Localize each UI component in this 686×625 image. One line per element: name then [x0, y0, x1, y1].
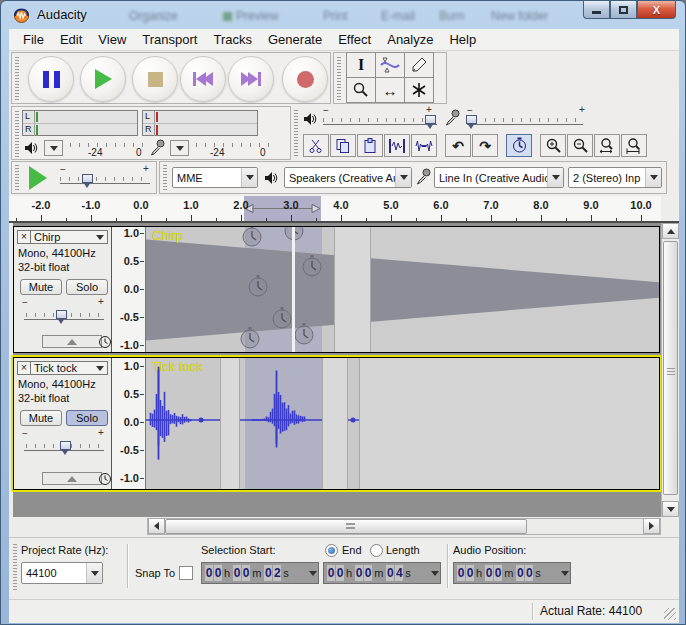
time-digit[interactable]: 0	[466, 565, 474, 581]
horizontal-scrollbar-thumb[interactable]	[165, 519, 527, 534]
vertical-scrollbar[interactable]	[661, 223, 679, 517]
time-digit[interactable]: 0	[457, 565, 465, 581]
time-unit[interactable]: m	[374, 567, 383, 579]
time-unit[interactable]: m	[252, 567, 261, 579]
input-volume-slider[interactable]	[466, 115, 477, 124]
vertical-scale-ruler[interactable]: 1.00.50.0-0.5-1.0	[112, 358, 146, 489]
mute-button[interactable]: Mute	[20, 410, 62, 426]
solo-button[interactable]: Solo	[66, 410, 108, 426]
time-digit[interactable]: 0	[525, 565, 533, 581]
draw-tool-button[interactable]	[404, 52, 434, 78]
vertical-scale-ruler[interactable]: 1.00.50.0-0.5-1.0	[112, 227, 146, 352]
track-close-button[interactable]: ×	[17, 361, 31, 375]
skip-to-end-button[interactable]	[228, 56, 274, 102]
time-digit[interactable]: 0	[327, 565, 335, 581]
time-digit[interactable]: 0	[242, 565, 250, 581]
menu-help[interactable]: Help	[441, 30, 484, 49]
time-digit[interactable]: 0	[386, 565, 394, 581]
trim-audio-button[interactable]	[384, 134, 410, 157]
toolbar-grip[interactable]	[294, 110, 298, 156]
menu-file[interactable]: File	[15, 30, 52, 49]
input-device-select[interactable]: Line In (Creative AudioF	[434, 167, 564, 188]
silence-audio-button[interactable]	[411, 134, 437, 157]
recording-meter[interactable]: L R	[142, 110, 258, 136]
track-title-menu[interactable]: Tick tock	[31, 361, 108, 375]
pause-button[interactable]	[28, 56, 74, 102]
collapse-track-button[interactable]	[42, 335, 102, 348]
menu-transport[interactable]: Transport	[134, 30, 205, 49]
time-unit[interactable]: m	[504, 567, 513, 579]
audio-position-field[interactable]: 00h00m00s	[453, 562, 571, 584]
cut-button[interactable]	[303, 134, 329, 157]
time-unit[interactable]: h	[476, 567, 482, 579]
stop-button[interactable]	[132, 56, 178, 102]
toolbar-grip[interactable]	[13, 544, 17, 590]
time-unit[interactable]: s	[283, 567, 289, 579]
playback-meter-dropdown[interactable]	[44, 140, 63, 156]
input-channels-select[interactable]: 2 (Stereo) Inp	[568, 167, 662, 188]
time-digit[interactable]: 0	[264, 565, 272, 581]
gain-slider[interactable]	[56, 310, 67, 319]
scroll-right-button[interactable]	[643, 518, 660, 534]
recording-meter-dropdown[interactable]	[170, 140, 189, 156]
zoom-in-button[interactable]	[540, 134, 566, 157]
record-button[interactable]	[282, 56, 328, 102]
toolbar-grip[interactable]	[15, 57, 19, 101]
scroll-up-button[interactable]	[662, 223, 679, 239]
audio-host-select[interactable]: MME	[172, 167, 258, 188]
time-unit[interactable]: s	[535, 567, 541, 579]
selection-tool-button[interactable]: I	[346, 52, 376, 78]
time-digit[interactable]: 0	[336, 565, 344, 581]
length-radio[interactable]	[370, 544, 383, 557]
menu-effect[interactable]: Effect	[330, 30, 379, 49]
time-digit[interactable]: 0	[355, 565, 363, 581]
selection-end-field[interactable]: 00h00m04s	[323, 562, 441, 584]
time-shift-tool-button[interactable]: ↔	[375, 77, 405, 103]
time-digit[interactable]: 0	[516, 565, 524, 581]
collapse-track-button[interactable]	[42, 472, 102, 485]
menu-tracks[interactable]: Tracks	[205, 30, 260, 49]
time-digit[interactable]: 0	[485, 565, 493, 581]
maximize-button[interactable]	[610, 1, 637, 19]
time-digit[interactable]: 4	[395, 565, 403, 581]
envelope-tool-button[interactable]	[375, 52, 405, 78]
zoom-tool-button[interactable]	[346, 77, 376, 103]
selection-start-field[interactable]: 00h00m02s	[201, 562, 319, 584]
menu-generate[interactable]: Generate	[260, 30, 330, 49]
time-unit[interactable]: h	[346, 567, 352, 579]
time-digit[interactable]: 0	[214, 565, 222, 581]
menu-view[interactable]: View	[90, 30, 134, 49]
snap-to-checkbox[interactable]	[179, 566, 193, 580]
toolbar-grip[interactable]	[337, 57, 341, 101]
toolbar-grip[interactable]	[15, 111, 19, 157]
output-device-select[interactable]: Speakers (Creative Aud	[284, 167, 412, 188]
toolbar-grip[interactable]	[163, 165, 167, 191]
gain-slider[interactable]	[60, 441, 71, 450]
menu-analyze[interactable]: Analyze	[379, 30, 441, 49]
multi-tool-button[interactable]	[404, 77, 434, 103]
toolbar-grip[interactable]	[15, 165, 19, 191]
mute-button[interactable]: Mute	[20, 279, 62, 295]
timeline-ruler[interactable]: -2.0-1.00.01.02.03.04.05.06.07.08.09.010…	[9, 196, 661, 223]
fit-project-button[interactable]	[621, 134, 647, 157]
sync-lock-tracks-button[interactable]	[506, 134, 532, 157]
output-volume-slider[interactable]	[425, 115, 436, 124]
time-digit[interactable]: 0	[205, 565, 213, 581]
title-bar[interactable]: Audacity OrganizePreviewPrintE-mailBurnN…	[1, 1, 685, 29]
output-slider-track[interactable]	[323, 124, 437, 125]
playback-meter[interactable]: L R	[22, 110, 138, 136]
copy-button[interactable]	[330, 134, 356, 157]
end-radio[interactable]	[325, 544, 338, 557]
zoom-out-button[interactable]	[567, 134, 593, 157]
time-digit[interactable]: 0	[364, 565, 372, 581]
menu-edit[interactable]: Edit	[52, 30, 90, 49]
close-button[interactable]: X	[637, 1, 676, 19]
project-rate-select[interactable]: 44100	[21, 562, 103, 584]
dropdown-arrow-icon[interactable]	[431, 571, 439, 576]
time-digit[interactable]: 2	[273, 565, 281, 581]
fit-selection-button[interactable]	[594, 134, 620, 157]
dropdown-arrow-icon[interactable]	[309, 571, 317, 576]
speed-slider-track[interactable]	[60, 183, 150, 184]
horizontal-scrollbar[interactable]	[147, 518, 661, 535]
time-digit[interactable]: 0	[233, 565, 241, 581]
